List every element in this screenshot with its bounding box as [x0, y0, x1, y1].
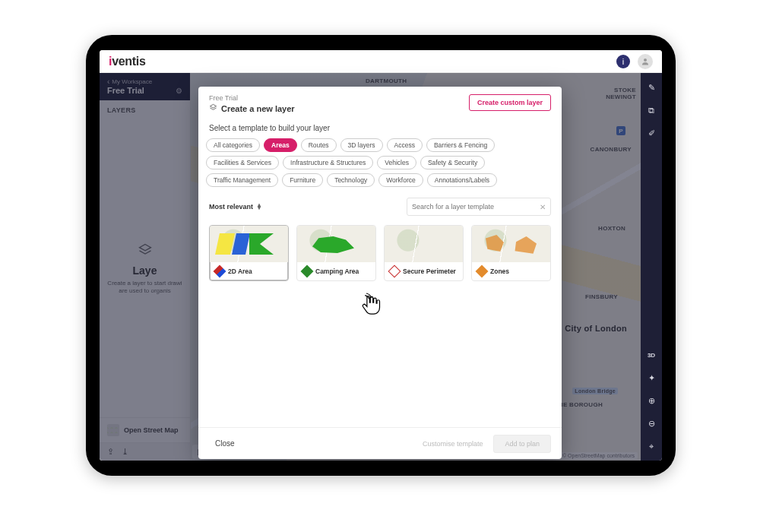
toggle-3d-button[interactable]: 3D — [644, 348, 658, 362]
clear-search-icon[interactable]: ✕ — [540, 203, 546, 211]
template-card-camping-area[interactable]: Camping Area — [296, 225, 376, 281]
tablet-frame: iventis i My Workspace Free Trial ⚙ LAYE… — [86, 35, 676, 476]
layer-style-icon — [301, 265, 314, 278]
zoom-in-icon[interactable]: ⊕ — [644, 394, 658, 407]
modal-section-label: Select a template to build your layer — [198, 113, 562, 138]
add-to-plan-button[interactable]: Add to plan — [493, 435, 551, 453]
category-chip[interactable]: Furniture — [282, 173, 323, 187]
locate-icon[interactable]: ⌖ — [644, 439, 658, 453]
template-card-secure-perimeter[interactable]: Secure Perimeter — [384, 225, 464, 281]
category-chip[interactable]: Infrastructure & Structures — [283, 156, 373, 169]
edit-icon[interactable]: ✐ — [644, 126, 658, 140]
category-chip[interactable]: Annotations/Labels — [427, 173, 497, 187]
category-chip[interactable]: Safety & Security — [420, 156, 485, 169]
template-name: Zones — [490, 268, 509, 275]
template-search-box: ✕ — [407, 198, 551, 216]
template-name: Secure Perimeter — [403, 268, 456, 275]
zoom-out-icon[interactable]: ⊖ — [644, 416, 658, 430]
svg-point-0 — [644, 59, 647, 62]
app-screen: iventis i My Workspace Free Trial ⚙ LAYE… — [100, 50, 662, 461]
layer-style-icon — [476, 265, 489, 278]
layer-style-icon — [388, 265, 401, 278]
category-chip[interactable]: Barriers & Fencing — [426, 138, 495, 152]
category-chip[interactable]: All categories — [206, 138, 260, 152]
right-toolbar: ✎ ⧉ ✐ 3D ✦ ⊕ ⊖ ⌖ — [641, 73, 662, 461]
category-chips: All categoriesAreasRoutes3D layersAccess… — [198, 138, 562, 187]
topbar: iventis i — [100, 50, 662, 73]
measure-icon[interactable]: ⧉ — [644, 103, 658, 117]
category-chip[interactable]: Areas — [264, 138, 297, 152]
category-chip[interactable]: Access — [387, 138, 423, 152]
template-thumb — [297, 226, 375, 262]
category-chip[interactable]: Technology — [327, 173, 375, 187]
template-name: Camping Area — [315, 268, 359, 275]
compass-icon[interactable]: ✦ — [644, 371, 658, 385]
category-chip[interactable]: Traffic Management — [206, 173, 278, 187]
search-input[interactable] — [412, 203, 535, 211]
create-custom-layer-button[interactable]: Create custom layer — [469, 94, 551, 111]
sort-dropdown[interactable]: Most relevant ▴▾ — [209, 203, 261, 211]
category-chip[interactable]: Routes — [301, 138, 337, 152]
template-thumb — [210, 226, 288, 262]
layers-icon — [209, 103, 217, 113]
category-chip[interactable]: Vehicles — [377, 156, 416, 169]
modal-footer: Close Customise template Add to plan — [198, 427, 562, 459]
create-layer-modal: Free Trial Create a new layer Create cus… — [198, 87, 562, 459]
template-thumb — [472, 226, 550, 262]
sort-search-row: Most relevant ▴▾ ✕ — [198, 187, 562, 220]
category-chip[interactable]: 3D layers — [340, 138, 383, 152]
template-card-2d-area[interactable]: 2D Area — [209, 225, 289, 281]
category-chip[interactable]: Workforce — [378, 173, 423, 187]
template-thumb — [385, 226, 463, 262]
category-chip[interactable]: Facilities & Services — [206, 156, 279, 169]
modal-title: Create a new layer — [209, 103, 469, 113]
brand-logo: iventis — [109, 55, 146, 68]
sort-caret-icon: ▴▾ — [258, 204, 261, 210]
pencil-icon[interactable]: ✎ — [644, 81, 658, 94]
avatar[interactable] — [638, 54, 653, 69]
template-card-zones[interactable]: Zones — [471, 225, 551, 281]
template-cards: 2D Area Camping Area — [198, 220, 562, 286]
workspace: My Workspace Free Trial ⚙ LAYERS Laye Cr… — [100, 73, 662, 461]
modal-header: Free Trial Create a new layer Create cus… — [198, 87, 562, 113]
layer-style-icon — [214, 265, 226, 278]
customise-template-button[interactable]: Customise template — [420, 435, 486, 452]
modal-breadcrumb: Free Trial — [209, 94, 469, 102]
close-button[interactable]: Close — [209, 435, 241, 452]
info-icon[interactable]: i — [616, 55, 630, 68]
template-name: 2D Area — [228, 268, 252, 275]
